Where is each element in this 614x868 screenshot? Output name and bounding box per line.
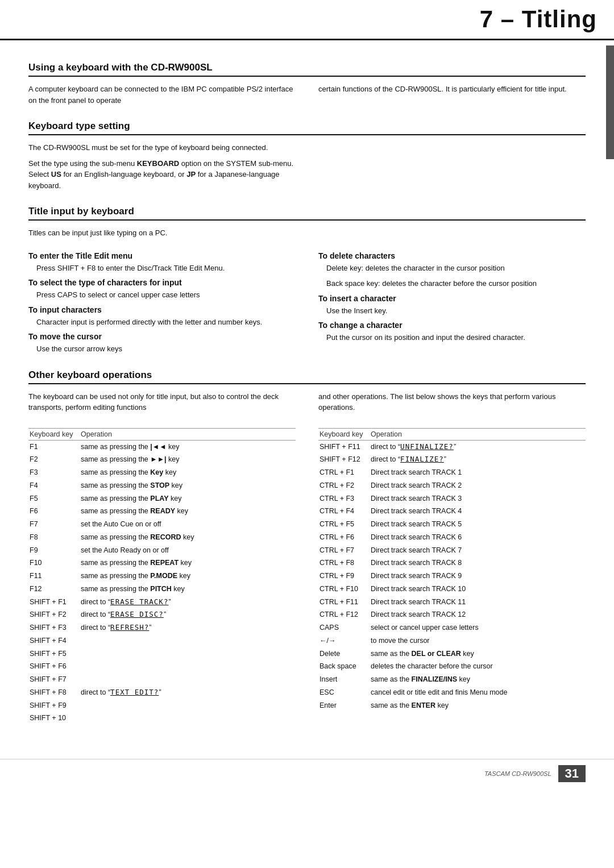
table-cell-op [80,673,296,686]
title-input-heading: Title input by keyboard [28,206,586,221]
kb-table1: Keyboard key Operation F1same as pressin… [28,428,296,725]
table-cell-key: Back space [318,660,370,673]
page-footer: TASCAM CD-RW900SL 31 [0,759,614,788]
table-cell-op: direct to “REFRESH?” [80,621,296,634]
table-cell-op: same as pressing the PLAY key [80,492,296,505]
table-cell-key: F1 [28,440,80,453]
table-row: Deletesame as the DEL or CLEAR key [318,647,586,661]
table-row: F7set the Auto Cue on or off [28,518,296,531]
table-cell-op: same as pressing the ►►| key [80,453,296,466]
table-row: CTRL + F10Direct track search TRACK 10 [318,583,586,596]
table-cell-op: Direct track search TRACK 5 [370,518,586,531]
sub3-heading: To input characters [28,305,296,314]
table-row: SHIFT + F12direct to “FINALIZE?” [318,453,586,466]
using-intro-cols: A computer keyboard can be connected to … [28,84,586,110]
keyboard-type-cols: The CD-RW900SL must be set for the type … [28,142,586,196]
sub6-text: Use the Insert key. [318,305,586,317]
table-cell-key: SHIFT + F1 [28,596,80,609]
table-cell-op: direct to “FINALIZE?” [370,453,586,466]
table2-header-key: Keyboard key [318,428,370,440]
main-content: Using a keyboard with the CD-RW900SL A c… [0,40,614,747]
table-row: SHIFT + F5 [28,647,296,661]
table-cell-key: Delete [318,647,370,661]
table-cell-key: F10 [28,556,80,570]
table-cell-key: CTRL + F7 [318,544,370,557]
table-cell-key: SHIFT + F6 [28,660,80,673]
table-row: CTRL + F2Direct track search TRACK 2 [318,479,586,492]
table-row: SHIFT + F1direct to “ERASE TRACK?” [28,596,296,609]
sub1-text: Press SHIFT + F8 to enter the Disc/Track… [28,263,296,274]
table-cell-op [80,699,296,712]
table-row: CTRL + F3Direct track search TRACK 3 [318,492,586,505]
table-cell-key: SHIFT + F9 [28,699,80,712]
table-cell-op [80,660,296,673]
table-row: CTRL + F11Direct track search TRACK 11 [318,596,586,609]
table-cell-key: SHIFT + F2 [28,608,80,621]
kb-table2-container: Keyboard key Operation SHIFT + F11direct… [318,423,586,725]
table-row: F4same as pressing the STOP key [28,479,296,492]
sub5-heading: To delete characters [318,251,586,260]
table-cell-op: Direct track search TRACK 6 [370,531,586,544]
table-cell-key: F3 [28,466,80,479]
table-row: CTRL + F8Direct track search TRACK 8 [318,556,586,570]
section-title-input: Title input by keyboard Titles can be in… [28,206,586,359]
section-using: Using a keyboard with the CD-RW900SL A c… [28,62,586,110]
using-col1: A computer keyboard can be connected to … [28,84,296,110]
keyboard-type-heading: Keyboard type setting [28,121,586,135]
table-cell-op: same as pressing the P.MODE key [80,570,296,583]
table-row: F1same as pressing the |◄◄ key [28,440,296,453]
table-cell-op: same as pressing the PITCH key [80,583,296,596]
table-row: ESCcancel edit or title edit and finis M… [318,686,586,699]
sub4-heading: To move the cursor [28,332,296,341]
table-cell-key: F6 [28,505,80,518]
sub5-text1: Delete key: deletes the character in the… [318,263,586,274]
table-cell-key: F9 [28,544,80,557]
table-cell-op: same as pressing the |◄◄ key [80,440,296,453]
table-row: F5same as pressing the PLAY key [28,492,296,505]
using-col2: certain functions of the CD-RW900SL. It … [318,84,586,110]
table-cell-key: CTRL + F2 [318,479,370,492]
us-bold: US [51,170,61,178]
table2-header-op: Operation [370,428,586,440]
other-kb-intro-cols: The keyboard can be used not only for ti… [28,391,586,418]
table-cell-key: CTRL + F6 [318,531,370,544]
table-cell-op: Direct track search TRACK 3 [370,492,586,505]
table-row: F2same as pressing the ►►| key [28,453,296,466]
table-cell-op: same as pressing the Key key [80,466,296,479]
table-cell-op: same as pressing the RECORD key [80,531,296,544]
page-title: 7 – Titling [480,6,597,33]
table-row: SHIFT + 10 [28,712,296,725]
other-kb-heading: Other keyboard operations [28,369,586,384]
section-using-heading: Using a keyboard with the CD-RW900SL [28,62,586,77]
table-row: CTRL + F9Direct track search TRACK 9 [318,570,586,583]
section-other-kb: Other keyboard operations The keyboard c… [28,369,586,725]
table-cell-op: same as the ENTER key [370,699,586,712]
title-input-intro: Titles can be input just like typing on … [28,227,586,239]
table-cell-op: same as pressing the STOP key [80,479,296,492]
table-row: SHIFT + F3direct to “REFRESH?” [28,621,296,634]
table-row: F10same as pressing the REPEAT key [28,556,296,570]
table-cell-key: SHIFT + F7 [28,673,80,686]
table-cell-key: F12 [28,583,80,596]
table-cell-key: F2 [28,453,80,466]
sub2-heading: To select the type of characters for inp… [28,278,296,287]
keyboard-type-right [318,142,586,196]
table-cell-key: CTRL + F10 [318,583,370,596]
table-cell-key: F11 [28,570,80,583]
table-cell-op: same as pressing the REPEAT key [80,556,296,570]
table-cell-op [80,647,296,661]
table-row: SHIFT + F8direct to “TEXT EDIT?” [28,686,296,699]
jp-bold: JP [186,170,196,178]
keyboard-bold: KEYBOARD [137,159,179,168]
table-cell-op: deletes the character before the cursor [370,660,586,673]
table-cell-op: Direct track search TRACK 12 [370,608,586,621]
table-cell-key: CAPS [318,621,370,634]
table-cell-op: Direct track search TRACK 11 [370,596,586,609]
table-cell-key: SHIFT + F4 [28,634,80,647]
table-cell-op: direct to “TEXT EDIT?” [80,686,296,699]
other-kb-col2: and other operations. The list below sho… [318,391,586,418]
table-cell-op: select or cancel upper case letters [370,621,586,634]
using-col2-text: certain functions of the CD-RW900SL. It … [318,84,586,95]
table-row: ←/→to move the cursor [318,634,586,647]
table-cell-key: CTRL + F1 [318,466,370,479]
